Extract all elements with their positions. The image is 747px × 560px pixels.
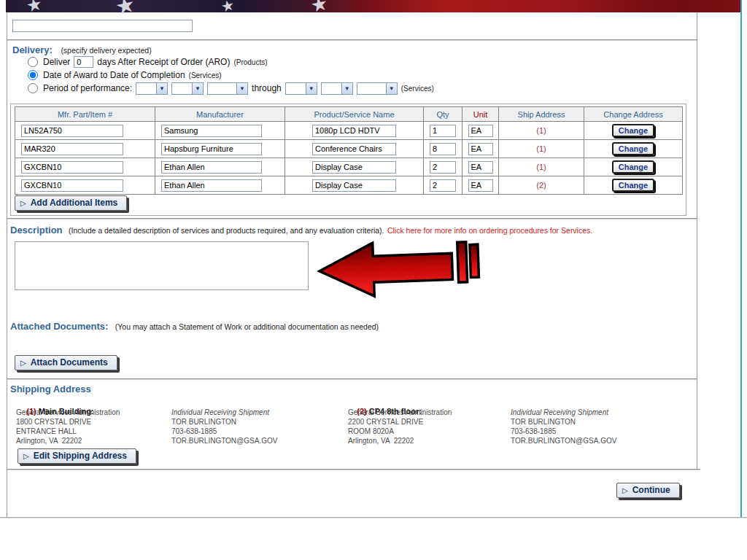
table-row-cell — [424, 140, 462, 158]
ship-address-number: (1) — [536, 144, 546, 153]
unit-input[interactable] — [468, 143, 493, 155]
aro-radio[interactable] — [28, 57, 38, 67]
ship-address-number: (1) — [536, 126, 546, 135]
description-hint: (Include a detailed description of servi… — [69, 226, 384, 235]
part-input[interactable] — [21, 125, 123, 137]
table-row-cell — [462, 158, 499, 176]
qty-input[interactable] — [430, 179, 456, 192]
manufacturer-input[interactable] — [161, 179, 262, 192]
shipping-address-1-lines: General Services Administration 1800 CRY… — [16, 408, 120, 446]
aro-label-post: days After Receipt of Order (ARO) — [97, 57, 230, 67]
description-textarea[interactable] — [15, 241, 309, 290]
table-row-cell — [424, 158, 462, 176]
delivery-section-header: Delivery: (specify delivery expected) — [12, 43, 152, 56]
page-left-border — [7, 12, 7, 518]
divider — [7, 218, 697, 219]
attached-documents-header: Attached Documents: (You may attach a St… — [10, 319, 379, 332]
star-icon: ★ — [24, 0, 44, 12]
divider — [7, 39, 697, 41]
aro-label-pre: Deliver — [43, 57, 70, 67]
period-radio[interactable] — [28, 83, 38, 93]
change-address-button[interactable]: Change — [612, 142, 654, 155]
qty-input[interactable] — [430, 161, 456, 174]
award-radio[interactable] — [28, 70, 38, 80]
table-row-cell: Change — [584, 158, 683, 176]
delivery-option-aro: Deliver days After Receipt of Order (ARO… — [28, 55, 268, 69]
table-row-cell — [15, 140, 155, 158]
triangle-icon: ▷ — [20, 199, 26, 207]
attached-documents-label: Attached Documents: — [10, 321, 108, 332]
table-row-cell — [285, 176, 424, 195]
receiver-title: Individual Receiving Shipment — [171, 408, 277, 417]
divider — [7, 469, 700, 470]
aro-suffix: (Products) — [233, 58, 267, 66]
table-row-cell — [462, 140, 499, 158]
period-end-year-select[interactable]: ▼ — [357, 82, 398, 95]
edit-shipping-address-button[interactable]: ▷ Edit Shipping Address — [18, 448, 136, 464]
chevron-down-icon: ▼ — [341, 83, 352, 94]
table-row-cell — [462, 122, 499, 140]
unit-input[interactable] — [468, 179, 493, 192]
table-row-cell — [155, 122, 285, 140]
receiver-email: TOR.BURLINGTON@GSA.GOV — [511, 436, 616, 446]
period-start-day-select[interactable]: ▼ — [171, 82, 204, 95]
change-address-button[interactable]: Change — [612, 179, 654, 192]
award-label: Date of Award to Date of Completion — [43, 70, 185, 80]
continue-label: Continue — [632, 485, 670, 495]
attach-documents-button[interactable]: ▷ Attach Documents — [15, 355, 117, 370]
product-input[interactable] — [312, 125, 396, 137]
flag-banner: ★ ★ ★ ★ — [6, 0, 742, 12]
product-input[interactable] — [312, 161, 396, 174]
table-row-cell: (1) — [499, 140, 584, 158]
aro-days-input[interactable] — [74, 56, 93, 68]
manufacturer-input[interactable] — [161, 161, 262, 174]
ship-address-number: (2) — [536, 181, 546, 190]
period-through-label: through — [252, 83, 282, 93]
triangle-icon: ▷ — [622, 486, 628, 494]
table-row-cell — [285, 140, 424, 158]
ordering-procedures-link[interactable]: Click here for more info on ordering pro… — [387, 226, 592, 235]
add-additional-items-button[interactable]: ▷ Add Additional Items — [15, 195, 127, 211]
period-start-year-select[interactable]: ▼ — [207, 82, 248, 95]
star-icon: ★ — [309, 0, 330, 12]
table-row-cell: Change — [584, 140, 683, 158]
receiver-name: TOR BURLINGTON — [511, 417, 616, 427]
receiver-phone: 703-638-1885 — [511, 427, 616, 436]
chevron-down-icon: ▼ — [192, 83, 203, 94]
chevron-down-icon: ▼ — [386, 83, 397, 94]
description-section-header: Description (Include a detailed descript… — [10, 223, 689, 236]
address-line: ROOM 8020A — [348, 427, 452, 436]
part-input[interactable] — [21, 143, 123, 155]
part-input[interactable] — [21, 161, 123, 174]
top-text-input[interactable] — [12, 20, 193, 32]
period-end-day-select[interactable]: ▼ — [321, 82, 353, 95]
chevron-down-icon: ▼ — [236, 83, 247, 94]
table-row-cell: Change — [584, 122, 683, 140]
period-end-month-select[interactable]: ▼ — [285, 82, 317, 95]
manufacturer-input[interactable] — [161, 143, 262, 155]
table-row-cell — [285, 122, 424, 140]
description-label: Description — [10, 225, 63, 236]
period-suffix: (Services) — [401, 85, 434, 93]
change-address-button[interactable]: Change — [612, 160, 654, 174]
product-input[interactable] — [312, 179, 396, 192]
period-start-month-select[interactable]: ▼ — [136, 82, 168, 95]
chevron-down-icon: ▼ — [156, 83, 167, 94]
change-address-button[interactable]: Change — [612, 124, 654, 137]
table-row-cell: (1) — [499, 158, 584, 176]
continue-button[interactable]: ▷ Continue — [616, 483, 680, 498]
table-row-cell: Change — [584, 176, 683, 195]
part-input[interactable] — [21, 179, 123, 192]
receiver-email: TOR.BURLINGTON@GSA.GOV — [171, 436, 277, 446]
qty-input[interactable] — [430, 125, 456, 137]
table-row-cell — [462, 176, 499, 195]
ship-address-number: (1) — [536, 163, 546, 171]
shipping-address-heading: Shipping Address — [10, 384, 91, 394]
product-input[interactable] — [312, 143, 396, 155]
manufacturer-input[interactable] — [161, 125, 262, 137]
unit-input[interactable] — [468, 161, 493, 174]
receiver-title: Individual Receiving Shipment — [511, 408, 616, 417]
address-line: ENTRANCE HALL — [16, 427, 120, 436]
unit-input[interactable] — [468, 125, 493, 137]
qty-input[interactable] — [430, 143, 456, 155]
